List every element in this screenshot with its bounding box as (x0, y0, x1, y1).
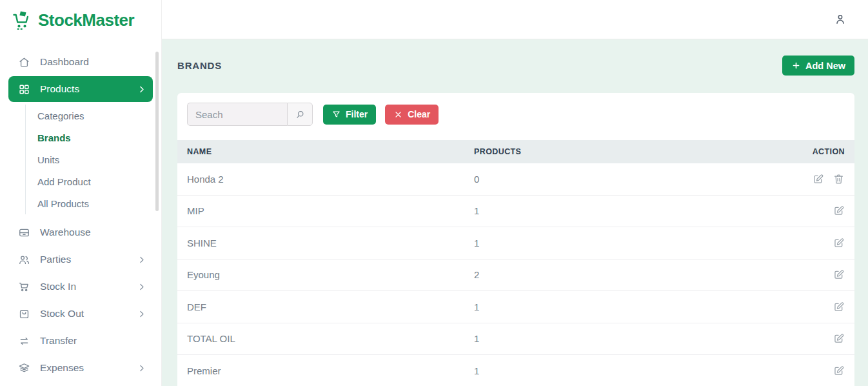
row-actions (761, 365, 845, 377)
page-header: BRANDS Add New (177, 56, 854, 76)
brand-name: TOTAL OIL (187, 333, 474, 344)
brand-name: MIP (187, 205, 474, 216)
sidebar-item-label: Warehouse (40, 227, 146, 238)
chevron-right-icon (137, 255, 146, 265)
filter-button[interactable]: Filter (323, 105, 376, 125)
table-row: MIP 1 (177, 196, 854, 228)
delete-icon[interactable] (833, 173, 845, 185)
table-header: NAME PRODUCTS ACTION (177, 140, 854, 163)
user-account-icon[interactable] (834, 13, 847, 26)
submenu-label: Brands (37, 132, 71, 143)
chevron-right-icon (137, 363, 146, 373)
sidebar-nav: Dashboard Products Categories Brands Uni… (0, 40, 161, 381)
brands-card: Filter Clear NAME PRODUCTS ACTION Honda … (177, 93, 854, 386)
sidebar-item-add-product[interactable]: Add Product (37, 170, 153, 192)
brand-name: Eyoung (187, 269, 474, 280)
home-icon (18, 56, 30, 68)
brand-products-count: 2 (474, 269, 761, 280)
layers-icon (18, 362, 30, 374)
table-row: TOTAL OIL 1 (177, 323, 854, 356)
brand-products-count: 0 (474, 174, 761, 185)
filter-label: Filter (346, 109, 368, 119)
brand-name: Premier (187, 365, 474, 376)
sidebar-item-transfer[interactable]: Transfer (8, 328, 153, 354)
edit-icon[interactable] (833, 332, 845, 345)
transfer-arrows-icon (18, 335, 30, 347)
main-area: BRANDS Add New Filter (162, 0, 868, 386)
sidebar-item-label: Transfer (40, 335, 146, 347)
app-title: StockMaster (38, 10, 134, 30)
grid-icon (18, 83, 30, 96)
sidebar: StockMaster Dashboard Products Categorie… (0, 0, 162, 386)
products-submenu: Categories Brands Units Add Product All … (25, 105, 153, 214)
sidebar-item-stock-out[interactable]: Stock Out (8, 301, 153, 327)
clear-button[interactable]: Clear (385, 105, 439, 125)
column-header-products: PRODUCTS (474, 147, 761, 156)
sidebar-item-label: Parties (40, 254, 127, 265)
brand-name: Honda 2 (187, 174, 474, 185)
table-row: Eyoung 2 (177, 259, 854, 292)
sidebar-scrollbar[interactable] (155, 52, 159, 211)
edit-icon[interactable] (833, 269, 845, 281)
row-actions (761, 173, 845, 185)
edit-icon[interactable] (833, 365, 845, 377)
table-row: Honda 2 0 (177, 163, 854, 196)
row-actions (761, 301, 845, 313)
sidebar-item-label: Stock Out (40, 308, 127, 320)
cart-logo-icon (12, 9, 34, 31)
add-new-label: Add New (805, 61, 845, 71)
chevron-right-icon (137, 85, 146, 94)
sidebar-item-parties[interactable]: Parties (8, 247, 153, 272)
brand-products-count: 1 (474, 301, 761, 312)
sidebar-item-label: Stock In (40, 281, 127, 292)
row-actions (761, 237, 845, 249)
close-icon (393, 110, 403, 119)
sidebar-item-products[interactable]: Products (8, 76, 153, 102)
bag-icon (18, 308, 30, 320)
sidebar-item-label: Expenses (40, 362, 127, 374)
sidebar-item-units[interactable]: Units (37, 148, 153, 170)
search-button[interactable] (287, 103, 313, 126)
edit-icon[interactable] (812, 173, 824, 185)
edit-icon[interactable] (833, 237, 845, 249)
submenu-label: Add Product (37, 176, 91, 187)
brand-name: SHINE (187, 238, 474, 249)
row-actions (761, 205, 845, 217)
sidebar-item-dashboard[interactable]: Dashboard (8, 49, 153, 75)
clear-label: Clear (408, 109, 430, 119)
add-new-button[interactable]: Add New (782, 56, 854, 76)
brand-products-count: 1 (474, 205, 761, 216)
submenu-label: Categories (37, 110, 84, 121)
sidebar-item-warehouse[interactable]: Warehouse (8, 219, 153, 245)
cart-icon (18, 281, 30, 293)
table-row: Premier 1 (177, 355, 854, 386)
sidebar-item-label: Products (40, 83, 127, 95)
edit-icon[interactable] (833, 205, 845, 217)
sidebar-item-stock-in[interactable]: Stock In (8, 274, 153, 300)
sidebar-item-expenses[interactable]: Expenses (8, 355, 153, 381)
page-title: BRANDS (177, 60, 222, 71)
sidebar-item-label: Dashboard (40, 56, 146, 68)
sidebar-item-all-products[interactable]: All Products (37, 192, 153, 214)
column-header-name: NAME (187, 147, 474, 156)
chevron-right-icon (137, 282, 146, 292)
topbar (162, 0, 868, 39)
page-content: BRANDS Add New Filter (162, 39, 868, 386)
row-actions (761, 269, 845, 281)
edit-icon[interactable] (833, 301, 845, 313)
search-group (187, 103, 313, 126)
table-row: SHINE 1 (177, 227, 854, 259)
table-row: DEF 1 (177, 291, 854, 323)
search-input[interactable] (187, 103, 287, 126)
submenu-label: All Products (37, 198, 89, 209)
brand-products-count: 1 (474, 333, 761, 344)
sidebar-item-categories[interactable]: Categories (37, 105, 153, 127)
chevron-right-icon (137, 309, 146, 319)
column-header-action: ACTION (761, 147, 845, 156)
table-body: Honda 2 0 MIP 1 SHINE 1 (177, 163, 854, 386)
brand-products-count: 1 (474, 238, 761, 249)
app-logo[interactable]: StockMaster (0, 0, 161, 40)
sidebar-item-brands[interactable]: Brands (37, 127, 153, 148)
brand-name: DEF (187, 301, 474, 312)
row-actions (761, 332, 845, 345)
